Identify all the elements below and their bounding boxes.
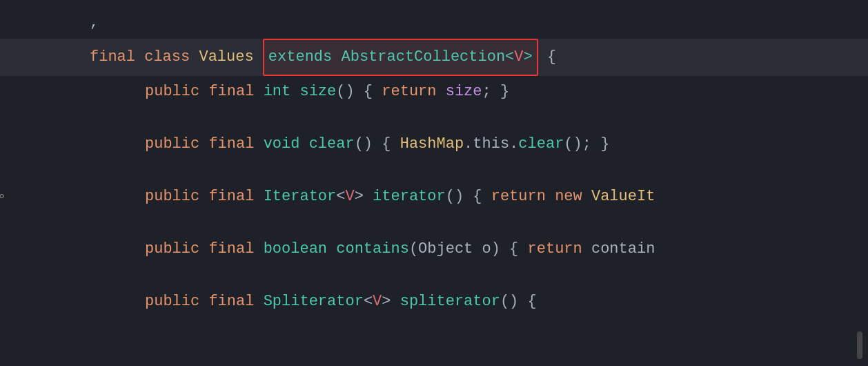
code-token-v: V [345, 181, 354, 213]
code-token-contains-fn: contains [336, 233, 409, 265]
code-token: final [208, 181, 263, 213]
code-line-empty3 [0, 213, 868, 233]
code-token-return3: return [528, 233, 591, 265]
code-token: public [145, 76, 208, 108]
code-token: final [208, 128, 263, 160]
code-token: final [90, 41, 144, 73]
code-token: < [364, 286, 373, 318]
highlight-box: extends AbstractCollection<V> [263, 39, 538, 76]
code-token-int: int [264, 76, 300, 108]
code-token: final [208, 76, 263, 108]
code-line-contains: public final boolean contains (Object o)… [0, 233, 868, 265]
code-token: () { [355, 128, 400, 160]
code-token-iterator-type: Iterator [264, 181, 337, 213]
code-token: () { [336, 76, 382, 108]
code-token-size-fn: size [299, 76, 336, 108]
code-token-clear-fn: clear [309, 128, 355, 160]
code-token [254, 41, 263, 73]
code-token: () { [446, 181, 491, 213]
code-token-extends: extends [268, 48, 342, 66]
code-token: (); } [564, 128, 609, 160]
code-token: Values [199, 41, 253, 73]
code-token-hashmap: HashMap [400, 128, 464, 160]
code-token-contain: contain [591, 233, 655, 265]
code-token-new: new [555, 181, 591, 213]
search-icon: ⚬ [0, 181, 7, 213]
code-token-iterator-fn: iterator [373, 181, 446, 213]
code-token: class [144, 41, 199, 73]
code-line: , [0, 7, 868, 39]
code-content: , final class Values extends AbstractCol… [0, 0, 868, 325]
code-token-abstract: AbstractCollection< [341, 48, 514, 66]
code-line-empty2 [0, 160, 868, 181]
code-token: () { [500, 286, 537, 318]
code-token-return2: return [491, 181, 555, 213]
code-token: < [336, 181, 345, 213]
code-line-empty1 [0, 108, 868, 128]
code-token: public [145, 233, 208, 265]
code-line-empty4 [0, 265, 868, 286]
code-token: ; } [482, 76, 510, 108]
code-token-v2: V [373, 286, 382, 318]
code-token: .this. [464, 128, 518, 160]
code-token: public [145, 181, 208, 213]
code-token-return: return [382, 76, 445, 108]
code-token-spliterator-fn: spliterator [400, 286, 500, 318]
code-token-typeparam: V [514, 48, 523, 66]
code-token: > [382, 286, 400, 318]
code-token-valueit: ValueIt [591, 181, 655, 213]
code-token: , [90, 7, 99, 39]
code-token-boolean: boolean [264, 233, 337, 265]
code-line-spliterator: public final Spliterator < V > spliterat… [0, 286, 868, 318]
code-token: final [208, 233, 263, 265]
code-token: public [145, 286, 208, 318]
code-token: > [355, 181, 373, 213]
code-line-iterator: ⚬ public final Iterator < V > iterator (… [0, 181, 868, 213]
code-editor: , final class Values extends AbstractCol… [0, 0, 868, 366]
code-token: (Object o) { [409, 233, 528, 265]
scrollbar[interactable] [857, 331, 862, 359]
code-line-class: final class Values extends AbstractColle… [0, 39, 868, 76]
code-token-close: > [524, 48, 533, 66]
code-token: public [145, 128, 208, 160]
code-line-size: public final int size () { return size ;… [0, 76, 868, 108]
code-token-spliterator-type: Spliterator [264, 286, 364, 318]
code-line-clear: public final void clear () { HashMap .th… [0, 128, 868, 160]
code-token: { [538, 41, 556, 73]
code-token-void: void [264, 128, 309, 160]
code-token-size-var: size [446, 76, 482, 108]
code-token-clear-call: clear [518, 128, 564, 160]
code-token: final [208, 286, 263, 318]
